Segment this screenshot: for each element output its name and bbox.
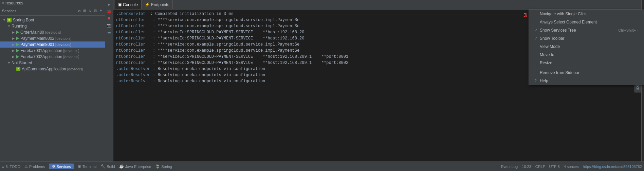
todo-label: 6: TODO <box>5 165 20 169</box>
check-icon <box>534 70 540 75</box>
problems-label: Problems <box>29 165 45 169</box>
devtools-tag: [devtools] <box>66 67 83 71</box>
list-icon[interactable]: ☰ <box>107 30 111 35</box>
endpoints-icon: ⚡ <box>145 2 150 7</box>
add-icon[interactable]: + <box>99 8 103 14</box>
check-icon <box>534 61 540 65</box>
services-icon: ⚙ <box>52 164 55 169</box>
list-item[interactable]: ▶ Eureka7002Application [devtools] <box>0 54 105 60</box>
java-label: Java Enterprise <box>125 165 151 169</box>
status-java-enterprise[interactable]: ☕ Java Enterprise <box>119 164 151 169</box>
menu-item-resize[interactable]: Resize <box>529 59 644 67</box>
collapse-arrow: ▼ <box>1 1 5 5</box>
item-arrow: ▶ <box>12 55 16 58</box>
service-name: ApiCommonsApplication <box>22 67 66 71</box>
item-arrow: ▶ <box>12 31 16 34</box>
run-icon <box>16 55 19 58</box>
running-node[interactable]: ▼ Running <box>0 23 105 29</box>
console-tab-label: Console <box>123 2 138 7</box>
status-spring[interactable]: 🍃 Spring <box>155 164 172 169</box>
services-toolbar: ↺ ⊞ ▽ ⊟ + <box>77 8 103 14</box>
crlf-label[interactable]: CRLF <box>535 165 545 169</box>
status-terminal[interactable]: ▣ Terminal <box>78 164 97 169</box>
devtools-tag: [devtools] <box>54 42 71 47</box>
menu-item-show-services-tree[interactable]: ✓ Show Services Tree Ctrl+Shift+T <box>529 26 644 34</box>
sidebar-left-icons: ▶ 🐞 ■ 📷 ☰ <box>105 0 113 161</box>
spring-boot-node[interactable]: ▼ S Spring Boot <box>0 17 105 23</box>
run-icon <box>16 31 19 34</box>
item-arrow: ▶ <box>12 49 16 52</box>
filter-icon[interactable]: ▽ <box>88 8 92 14</box>
tab-endpoints[interactable]: ⚡ Endpoints <box>142 0 173 9</box>
check-icon <box>534 44 540 49</box>
services-header: Services ↺ ⊞ ▽ ⊟ + <box>0 6 105 16</box>
app-icon: S <box>16 67 20 71</box>
question-icon: ? <box>534 79 540 83</box>
list-item[interactable]: ▶ PaymentMain8001 [devtools] <box>0 41 105 48</box>
menu-item-navigate[interactable]: Navigate with Single Click <box>529 10 644 18</box>
spring-icon: S <box>7 18 12 22</box>
item-arrow <box>12 67 16 71</box>
list-item[interactable]: S ApiCommonsApplication [devtools] <box>0 66 105 72</box>
status-bar: ≡ 6: TODO ⚠ Problems ⚙ Services ▣ Termin… <box>0 161 644 171</box>
status-problems[interactable]: ⚠ Problems <box>24 164 45 169</box>
status-todo[interactable]: ≡ 6: TODO <box>2 165 20 169</box>
status-services[interactable]: ⚙ Services <box>49 164 74 169</box>
url-link[interactable]: https://blog.csdn.net/asd893103762 <box>583 165 642 169</box>
menu-label: Show Toolbar <box>540 36 631 41</box>
encoding-label[interactable]: UTF-8 <box>549 165 559 169</box>
menu-item-help[interactable]: ? Help <box>529 77 644 85</box>
status-right: Event Log 10:23 CRLF UTF-8 4 spaces http… <box>501 165 642 169</box>
service-name: OrderMain80 <box>20 30 44 35</box>
menu-label: Show Services Tree <box>540 28 611 33</box>
status-left: ≡ 6: TODO ⚠ Problems ⚙ Services ▣ Termin… <box>2 164 172 169</box>
camera-icon[interactable]: 📷 <box>107 23 112 28</box>
spring-label: Spring <box>161 165 172 169</box>
spring-icon: 🍃 <box>155 164 160 169</box>
not-started-arrow: ▼ <box>7 61 12 65</box>
menu-item-remove-sidebar[interactable]: Remove from Sidebar <box>529 69 644 77</box>
status-build[interactable]: 🔨 Build <box>100 164 115 169</box>
running-arrow: ▼ <box>7 24 12 28</box>
menu-label: Move to <box>540 52 631 57</box>
settings-icon[interactable]: ⊟ <box>93 8 97 14</box>
menu-label: Always Select Opened Element <box>540 20 631 24</box>
resource-label: resources <box>5 1 23 5</box>
list-item[interactable]: ▶ Eureka7001Application [devtools] <box>0 48 105 54</box>
not-started-node[interactable]: ▼ Not Started <box>0 60 105 66</box>
service-name: Eureka7001Application <box>20 48 62 53</box>
endpoints-tab-label: Endpoints <box>151 2 169 7</box>
services-tree: ▼ S Spring Boot ▼ Running ▶ OrderMain80 … <box>0 16 105 161</box>
devtools-tag: [devtools] <box>62 55 79 59</box>
spring-boot-label: Spring Boot <box>13 18 34 22</box>
check-icon <box>534 52 540 57</box>
check-icon: ✓ <box>534 28 540 33</box>
services-label: Services <box>57 165 71 169</box>
event-log[interactable]: Event Log <box>501 165 518 169</box>
todo-icon: ≡ <box>2 165 4 169</box>
service-name: PaymentMain8002 <box>20 36 54 41</box>
check-icon: ✓ <box>534 36 540 41</box>
menu-item-show-toolbar[interactable]: ✓ Show Toolbar <box>529 34 644 42</box>
item-arrow: ▶ <box>12 43 16 46</box>
list-item[interactable]: ▶ PaymentMain8002 [devtools] <box>0 35 105 41</box>
play-icon[interactable]: ▶ <box>108 2 110 7</box>
group-icon[interactable]: ⊞ <box>83 8 87 14</box>
menu-label: Remove from Sidebar <box>540 70 631 75</box>
debug-icon[interactable]: 🐞 <box>107 9 112 14</box>
running-label: Running <box>12 24 27 29</box>
problems-icon: ⚠ <box>24 164 28 169</box>
refresh-icon[interactable]: ↺ <box>77 8 81 14</box>
stop-icon[interactable]: ■ <box>108 16 110 21</box>
menu-item-always-select[interactable]: Always Select Opened Element <box>529 18 644 26</box>
menu-item-move-to[interactable]: Move to <box>529 51 644 59</box>
run-icon <box>16 43 19 46</box>
resource-header: ▼ resources <box>0 0 105 6</box>
tab-console[interactable]: ▣ Console <box>115 0 142 9</box>
menu-item-view-mode[interactable]: View Mode <box>529 42 644 51</box>
menu-separator <box>529 68 644 68</box>
spaces-label[interactable]: 4 spaces <box>564 165 579 169</box>
build-icon: 🔨 <box>100 164 105 169</box>
list-item[interactable]: ▶ OrderMain80 [devtools] <box>0 29 105 35</box>
terminal-label: Terminal <box>82 165 97 169</box>
